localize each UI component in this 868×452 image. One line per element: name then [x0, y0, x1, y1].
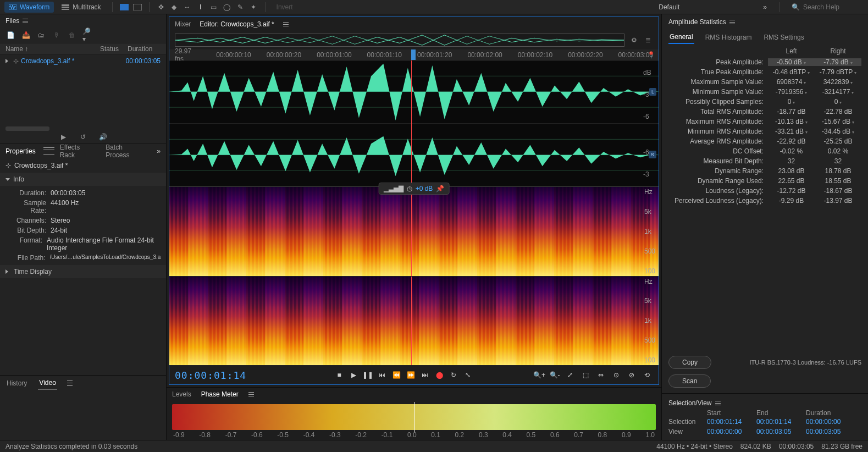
copy-button[interactable]: Copy — [668, 356, 711, 369]
stat-right-value[interactable]: -15.67 dB — [815, 118, 861, 125]
rewind-button[interactable]: ⏪ — [390, 369, 402, 381]
playhead-line[interactable] — [411, 60, 412, 186]
view-start[interactable]: 00:00:00:00 — [707, 428, 756, 436]
time-selection-tool-icon[interactable]: Ⅰ — [196, 2, 206, 12]
move-tool-icon[interactable]: ✥ — [156, 2, 166, 12]
col-name[interactable]: Name ↑ — [5, 45, 100, 53]
invert-button[interactable]: Invert — [272, 3, 297, 11]
zoom-reset-icon[interactable]: ⟲ — [641, 369, 653, 381]
waveform-channel-left[interactable]: L — [169, 60, 659, 124]
marquee-tool-icon[interactable]: ▭ — [209, 2, 219, 12]
expand-icon[interactable] — [5, 59, 13, 63]
stat-left-value[interactable]: 22.65 dB — [768, 177, 815, 185]
stat-left-value[interactable]: 0 — [768, 98, 815, 106]
overview-strip[interactable]: ⚙ ≣ — [169, 31, 659, 49]
brush-tool-icon[interactable]: ✎ — [235, 2, 245, 12]
stat-left-value[interactable]: -0.02 % — [768, 147, 815, 155]
stat-right-value[interactable]: 3422839 — [815, 78, 861, 86]
stat-right-value[interactable]: -13.97 dB — [815, 197, 861, 205]
filter-icon[interactable]: 🔎▾ — [82, 30, 92, 40]
tab-editor[interactable]: Editor: Crowdcops_3.aif * — [200, 20, 274, 28]
info-section-header[interactable]: Info — [0, 173, 166, 186]
stat-left-value[interactable]: 32 — [768, 157, 815, 165]
stat-right-value[interactable]: -25.25 dB — [815, 137, 861, 145]
stat-left-value[interactable]: -0.48 dBTP — [768, 68, 815, 76]
zoom-selection-icon[interactable]: ⬚ — [579, 369, 591, 381]
heal-tool-icon[interactable]: ✦ — [248, 2, 258, 12]
tab-video[interactable]: Video — [38, 377, 57, 390]
timedisplay-section-header[interactable]: Time Display — [0, 265, 166, 278]
stop-button[interactable]: ■ — [333, 369, 345, 381]
tab-phase-meter[interactable]: Phase Meter — [201, 390, 239, 398]
stat-left-value[interactable]: -9.29 dB — [768, 197, 815, 205]
panel-menu-icon[interactable] — [729, 20, 735, 24]
selection-dur[interactable]: 00:00:00:00 — [806, 418, 855, 426]
hud-db-value[interactable]: +0 dB — [416, 185, 433, 192]
time-ruler[interactable]: 29.97 fps 00:00:00:10 00:00:00:20 00:00:… — [169, 49, 659, 60]
search-help[interactable]: 🔍 — [792, 3, 864, 11]
selection-start[interactable]: 00:00:01:14 — [707, 418, 756, 426]
panel-menu-icon[interactable] — [248, 392, 254, 396]
waveform-mode-button[interactable]: Waveform — [4, 2, 54, 13]
trash-icon[interactable]: 🗑 — [67, 30, 77, 40]
tab-general[interactable]: General — [668, 31, 694, 44]
spectral-channel-right[interactable]: Hz 5k 1k 500 100 — [169, 277, 659, 366]
zoom-out-point-icon[interactable]: ⊘ — [626, 369, 638, 381]
pitch-display-toggle-icon[interactable] — [132, 2, 142, 12]
spectral-display-toggle-icon[interactable] — [119, 2, 129, 12]
timecode-display[interactable]: 00:00:01:14 — [175, 370, 246, 381]
panel-menu-icon[interactable] — [67, 381, 73, 386]
more-tabs-icon[interactable]: » — [151, 144, 166, 158]
file-row[interactable]: ⊹ Crowdcops_3.aif * 00:00:03:05 — [0, 55, 166, 67]
skip-fwd-button[interactable]: ⏭ — [419, 369, 431, 381]
view-end[interactable]: 00:00:03:05 — [756, 428, 806, 436]
stat-left-value[interactable]: -18.77 dB — [768, 108, 815, 115]
skip-selection-button[interactable]: ⤡ — [462, 369, 474, 381]
search-input[interactable] — [803, 3, 864, 11]
waveform-channel-right[interactable]: R — [169, 124, 659, 187]
stat-right-value[interactable]: -18.67 dB — [815, 187, 861, 195]
tab-levels[interactable]: Levels — [172, 390, 191, 398]
files-columns-header[interactable]: Name ↑ Status Duration — [0, 43, 166, 55]
stat-right-value[interactable]: -7.79 dB — [815, 58, 861, 66]
stat-right-value[interactable]: 0 — [815, 98, 861, 106]
slip-tool-icon[interactable]: ↔ — [183, 2, 192, 12]
scan-button[interactable]: Scan — [668, 374, 711, 388]
col-duration[interactable]: Duration — [128, 45, 161, 53]
tab-properties[interactable]: Properties — [0, 144, 41, 158]
zoom-out-icon[interactable]: 🔍- — [549, 369, 561, 381]
lasso-tool-icon[interactable]: ◯ — [222, 2, 232, 12]
forward-button[interactable]: ⏩ — [405, 369, 417, 381]
stat-left-value[interactable]: -12.72 dB — [768, 187, 815, 195]
panel-menu-icon[interactable] — [283, 22, 289, 26]
tab-mixer[interactable]: Mixer — [175, 20, 191, 28]
waveform-display[interactable]: L R dB -3 -6 -6 -3 — [169, 60, 659, 187]
stat-left-value[interactable]: -7919356 — [768, 88, 815, 96]
stat-left-value[interactable]: -10.13 dB — [768, 118, 815, 125]
col-status[interactable]: Status — [100, 45, 128, 53]
record-button[interactable]: ⬤ — [433, 369, 445, 381]
tab-history[interactable]: History — [5, 377, 28, 389]
pause-button[interactable]: ❚❚ — [362, 369, 374, 381]
amplitude-hud[interactable]: ▁▃▅▇ ◷ +0 dB 📌 — [379, 183, 450, 195]
new-multitrack-icon[interactable]: 🗂 — [36, 30, 46, 40]
stat-right-value[interactable]: -22.78 dB — [815, 108, 861, 115]
playhead-line[interactable] — [411, 187, 412, 276]
stat-right-value[interactable]: -3214177 — [815, 88, 861, 96]
stat-left-value[interactable]: 6908374 — [768, 78, 815, 86]
razor-tool-icon[interactable]: ◆ — [169, 2, 179, 12]
playhead-marker[interactable] — [411, 49, 416, 60]
stat-left-value[interactable]: -33.21 dB — [768, 128, 815, 135]
spectral-channel-left[interactable]: Hz 5k 1k 500 100 — [169, 187, 659, 277]
pin-icon[interactable]: 📍 — [647, 51, 655, 59]
overview-track[interactable] — [175, 34, 624, 47]
workspace-dropdown[interactable]: Default » — [653, 2, 772, 13]
stat-right-value[interactable]: -34.45 dB — [815, 128, 861, 135]
spectral-display[interactable]: Hz 5k 1k 500 100 Hz 5k 1k 500 — [169, 187, 659, 366]
stat-right-value[interactable]: -7.79 dBTP — [815, 68, 861, 76]
record-file-icon[interactable]: 🎙 — [52, 30, 62, 40]
panel-menu-icon[interactable] — [715, 401, 721, 405]
files-hscroll[interactable] — [5, 126, 49, 131]
tab-rms-settings[interactable]: RMS Settings — [762, 31, 805, 43]
import-icon[interactable]: 📥 — [21, 30, 31, 40]
